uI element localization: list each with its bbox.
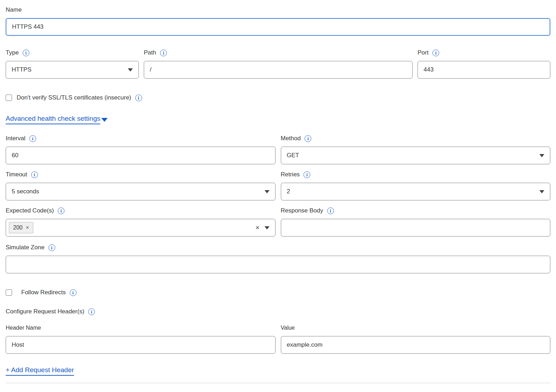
response-body-label: Response Body [281, 207, 323, 214]
add-request-header-link[interactable]: + Add Request Header [6, 366, 74, 376]
expected-code-tag[interactable]: 200 × [9, 222, 33, 233]
path-field-group: Path i [144, 49, 413, 79]
method-info-icon[interactable]: i [305, 135, 311, 142]
port-input[interactable] [418, 61, 550, 79]
simulate-zone-info-icon[interactable]: i [49, 244, 55, 251]
expected-codes-field-group: Expected Code(s) i 200 × × [6, 207, 276, 237]
path-input[interactable] [144, 61, 413, 79]
chevron-down-icon [265, 190, 270, 193]
header-name-input[interactable] [6, 336, 276, 354]
simulate-zone-field-group: Simulate Zone i [6, 244, 550, 273]
simulate-zone-input[interactable] [6, 256, 550, 273]
header-value-input[interactable] [281, 336, 551, 354]
insecure-info-icon[interactable]: i [135, 95, 142, 101]
response-body-info-icon[interactable]: i [327, 208, 334, 214]
timeout-label: Timeout [6, 171, 27, 178]
chevron-down-icon [265, 226, 270, 229]
request-headers-section: Configure Request Header(s) i [6, 308, 550, 315]
interval-label: Interval [6, 135, 25, 142]
type-select-value: HTTPS [12, 66, 32, 73]
method-select[interactable]: GET [281, 147, 551, 164]
method-select-value: GET [287, 152, 299, 159]
expected-codes-label: Expected Code(s) [6, 207, 54, 214]
request-headers-info-icon[interactable]: i [88, 308, 95, 315]
divider [6, 383, 550, 383]
expected-code-tag-label: 200 [13, 225, 23, 231]
name-label: Name [6, 6, 22, 13]
retries-select-value: 2 [287, 188, 290, 195]
interval-method-row: Interval i Method i GET [6, 135, 550, 164]
remove-tag-icon[interactable]: × [26, 225, 29, 231]
follow-redirects-info-icon[interactable]: i [70, 289, 76, 296]
method-field-group: Method i GET [281, 135, 551, 164]
chevron-down-icon [128, 68, 133, 72]
health-check-form: Name Type i HTTPS Path i Port i [0, 0, 556, 383]
name-field-group: Name [6, 6, 550, 36]
type-label: Type [6, 49, 19, 56]
timeout-select[interactable]: 5 seconds [6, 183, 276, 200]
follow-redirects-checkbox[interactable] [6, 289, 12, 296]
advanced-link-row: Advanced health check settings [6, 115, 550, 124]
path-info-icon[interactable]: i [160, 50, 167, 56]
path-label: Path [144, 49, 156, 56]
advanced-settings-link-label: Advanced health check settings [6, 115, 100, 124]
follow-redirects-label: Follow Redirects [21, 289, 66, 296]
insecure-checkbox-row: Don't verify SSL/TLS certificates (insec… [6, 94, 550, 101]
insecure-checkbox[interactable] [6, 95, 12, 101]
interval-input[interactable] [6, 147, 276, 164]
add-header-row: + Add Request Header [6, 366, 550, 376]
header-row: Header Name Value [6, 325, 550, 354]
port-field-group: Port i [418, 49, 550, 79]
port-info-icon[interactable]: i [432, 50, 439, 56]
expected-codes-info-icon[interactable]: i [58, 208, 64, 214]
header-name-field-group: Header Name [6, 325, 276, 354]
request-headers-section-label: Configure Request Header(s) [6, 308, 84, 315]
retries-select[interactable]: 2 [281, 183, 551, 200]
insecure-checkbox-label: Don't verify SSL/TLS certificates (insec… [17, 94, 131, 101]
port-label: Port [418, 49, 429, 56]
retries-info-icon[interactable]: i [303, 171, 310, 178]
timeout-field-group: Timeout i 5 seconds [6, 171, 276, 200]
codes-body-row: Expected Code(s) i 200 × × Response Body… [6, 207, 550, 237]
follow-redirects-row: Follow Redirects i [6, 289, 550, 296]
triangle-down-icon [101, 118, 108, 122]
method-label: Method [281, 135, 301, 142]
response-body-input[interactable] [281, 219, 551, 237]
expected-codes-multiselect[interactable]: 200 × × [6, 219, 276, 237]
type-select[interactable]: HTTPS [6, 61, 139, 79]
timeout-select-value: 5 seconds [12, 188, 39, 195]
response-body-field-group: Response Body i [281, 207, 551, 237]
timeout-retries-row: Timeout i 5 seconds Retries i 2 [6, 171, 550, 200]
retries-field-group: Retries i 2 [281, 171, 551, 200]
retries-label: Retries [281, 171, 300, 178]
chevron-down-icon [539, 190, 544, 193]
simulate-zone-label: Simulate Zone [6, 244, 45, 251]
advanced-settings-link[interactable]: Advanced health check settings [6, 115, 108, 124]
name-input[interactable] [6, 18, 550, 36]
header-value-label: Value [281, 325, 551, 331]
header-name-label: Header Name [6, 325, 276, 331]
interval-field-group: Interval i [6, 135, 276, 164]
chevron-down-icon [539, 154, 544, 157]
type-field-group: Type i HTTPS [6, 49, 139, 79]
timeout-info-icon[interactable]: i [31, 171, 38, 178]
type-info-icon[interactable]: i [23, 50, 29, 56]
header-value-field-group: Value [281, 325, 551, 354]
type-path-port-row: Type i HTTPS Path i Port i [6, 49, 550, 79]
clear-all-icon[interactable]: × [255, 224, 259, 231]
interval-info-icon[interactable]: i [29, 135, 36, 142]
